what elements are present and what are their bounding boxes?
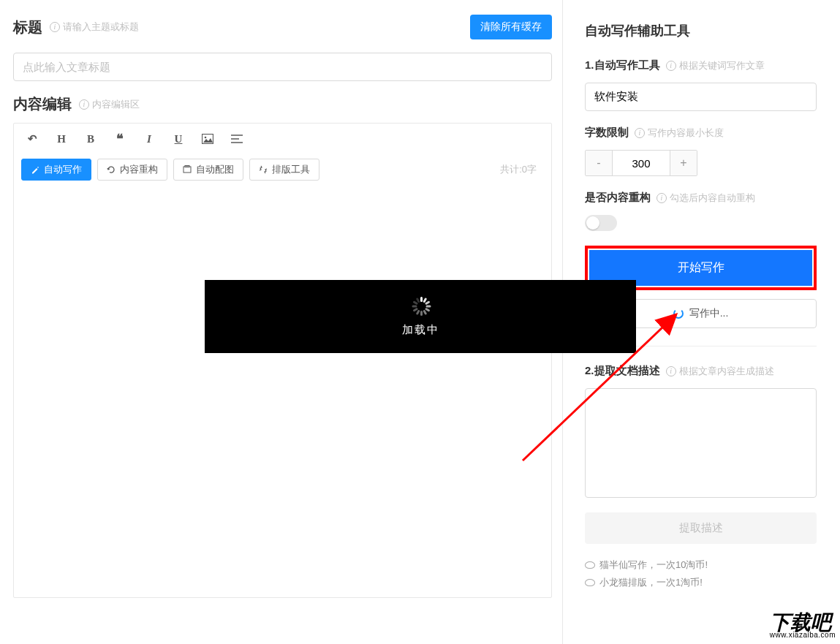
content-rewrite-button[interactable]: 内容重构 <box>97 159 167 181</box>
info-icon: i <box>666 366 676 376</box>
info-icon: i <box>79 99 89 110</box>
extract-description-button[interactable]: 提取描述 <box>585 512 817 544</box>
underline-icon[interactable]: U <box>170 131 186 147</box>
info-icon: i <box>635 128 645 138</box>
section2-hint: i 根据文章内容生成描述 <box>666 365 774 378</box>
word-limit-hint: i 写作内容最小长度 <box>635 126 724 140</box>
stepper-plus-button[interactable]: + <box>670 151 697 175</box>
editor-body[interactable] <box>14 188 551 597</box>
coin-icon <box>585 561 595 569</box>
footer-note-2: 小龙猫排版，一次1淘币! <box>585 576 817 589</box>
quote-icon[interactable]: ❝ <box>112 131 128 147</box>
action-toolbar: 自动写作 内容重构 自动配图 排版工具 共计:0字 <box>14 154 551 188</box>
info-icon: i <box>50 22 60 32</box>
align-icon[interactable] <box>229 131 245 147</box>
section1-hint: i 根据关键词写作文章 <box>666 59 765 72</box>
title-hint: i 请输入主题或标题 <box>50 20 139 34</box>
section2-title: 2.提取文档描述 <box>585 364 660 378</box>
title-label: 标题 <box>13 18 42 37</box>
watermark: 下载吧 www.xiazaiba.com <box>765 612 840 640</box>
loading-spinner-icon <box>673 308 684 319</box>
keyword-input[interactable] <box>585 83 817 111</box>
side-panel-title: 自动写作辅助工具 <box>585 22 817 39</box>
auto-write-button[interactable]: 自动写作 <box>21 159 91 181</box>
word-limit-stepper: - + <box>585 150 697 176</box>
svg-point-1 <box>205 137 207 139</box>
section1-title: 1.自动写作工具 <box>585 58 660 72</box>
word-counter: 共计:0字 <box>500 163 544 176</box>
rewrite-toggle[interactable] <box>585 215 617 231</box>
format-toolbar: ↶ H B ❝ I U <box>14 124 551 154</box>
word-limit-input[interactable] <box>612 151 670 175</box>
heading-icon[interactable]: H <box>53 131 69 147</box>
content-edit-hint: i 内容编辑区 <box>79 98 140 111</box>
italic-icon[interactable]: I <box>141 131 157 147</box>
undo-icon[interactable]: ↶ <box>24 131 40 147</box>
content-edit-label: 内容编辑 <box>13 94 72 114</box>
image-icon[interactable] <box>200 131 216 147</box>
info-icon: i <box>666 61 676 71</box>
footer-note-1: 猫半仙写作，一次10淘币! <box>585 558 817 572</box>
bold-icon[interactable]: B <box>83 131 99 147</box>
loading-spinner-icon <box>411 297 430 316</box>
rewrite-toggle-label: 是否内容重构 <box>585 191 651 205</box>
svg-rect-5 <box>183 167 191 173</box>
rewrite-toggle-hint: i 勾选后内容自动重构 <box>657 192 755 205</box>
article-title-input[interactable] <box>13 53 552 81</box>
info-icon: i <box>657 193 667 203</box>
description-textarea[interactable] <box>585 388 817 498</box>
loading-overlay: 加载中 <box>205 280 636 353</box>
loading-text: 加载中 <box>402 323 439 337</box>
stepper-minus-button[interactable]: - <box>586 151 612 175</box>
layout-tool-button[interactable]: 排版工具 <box>249 159 319 181</box>
word-limit-label: 字数限制 <box>585 126 629 140</box>
auto-image-button[interactable]: 自动配图 <box>173 159 243 181</box>
clear-cache-button[interactable]: 清除所有缓存 <box>470 15 552 39</box>
coin-icon <box>585 579 595 586</box>
editor-container: ↶ H B ❝ I U 自动写作 内容 <box>13 123 552 598</box>
